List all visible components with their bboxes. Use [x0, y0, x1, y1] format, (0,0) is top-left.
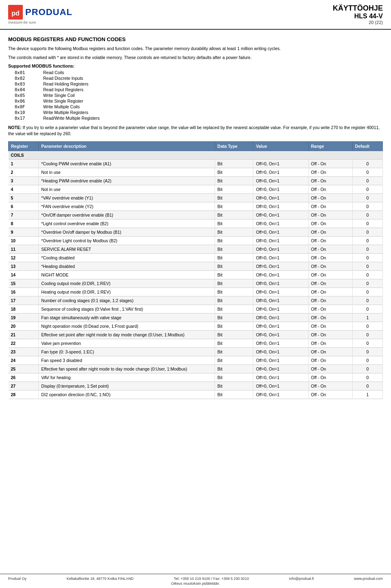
table-row: 15 Cooling output mode (0:DIR, 1:REV) Bi… — [9, 279, 383, 288]
table-row: 27 Display (0:temperature, 1:Set point) … — [9, 382, 383, 391]
logo-icon: pd — [8, 5, 23, 20]
svg-text:pd: pd — [11, 10, 20, 17]
footer-top: Produal Oy Keltakalliontie 18, 48770 Kot… — [8, 577, 383, 581]
cell-param-desc: DI2 operation direction (0:NC, 1:NO) — [39, 391, 215, 399]
cell-range: Off - On — [308, 279, 352, 288]
logo-area: pd PRODUAL measure-be sure. — [8, 5, 72, 24]
table-row: 20 Night operation mode (0:Dead zone, 1:… — [9, 322, 383, 331]
cell-default: 0 — [352, 202, 382, 211]
cell-register: 16 — [9, 288, 39, 296]
cell-register: 18 — [9, 305, 39, 314]
cell-value: Off=0, On=1 — [253, 185, 308, 194]
cell-range: Off - On — [308, 271, 352, 279]
cell-param-desc: Fan type (0: 3-speed, 1:EC) — [39, 348, 215, 356]
col-default: Default — [352, 142, 382, 151]
cell-value: Off=0, On=1 — [253, 271, 308, 279]
coils-label: COILS — [9, 151, 383, 160]
modbus-function-row: 0x05Write Single Coil — [15, 93, 383, 98]
table-row: 11 SERVICE ALARM RESET Bit Off=0, On=1 O… — [9, 245, 383, 254]
cell-param-desc: Fan speed 3 disabled — [39, 356, 215, 365]
cell-data-type: Bit — [215, 219, 253, 228]
cell-range: Off - On — [308, 228, 352, 237]
table-row: 5 *VAV overdrive enable (Y1) Bit Off=0, … — [9, 194, 383, 202]
modbus-desc: Read/Write Multiple Registers — [43, 116, 100, 121]
doc-model: HLS 44-V — [333, 13, 383, 20]
cell-param-desc: Sequence of cooling stages (0:Valve firs… — [39, 305, 215, 314]
cell-default: 0 — [352, 382, 382, 391]
cell-range: Off - On — [308, 339, 352, 348]
cell-range: Off - On — [308, 365, 352, 373]
modbus-desc: Read Coils — [43, 70, 64, 75]
cell-param-desc: *FAN overdrive enable (Y2) — [39, 202, 215, 211]
modbus-code: 0x06 — [15, 99, 35, 103]
modbus-desc: Write Multiple Coils — [43, 104, 80, 109]
cell-range: Off - On — [308, 373, 352, 382]
cell-param-desc: Display (0:temperature, 1:Set point) — [39, 382, 215, 391]
cell-range: Off - On — [308, 322, 352, 331]
cell-range: Off - On — [308, 185, 352, 194]
cell-register: 22 — [9, 339, 39, 348]
cell-value: Off=0, On=1 — [253, 382, 308, 391]
modbus-function-row: 0x01Read Coils — [15, 70, 383, 75]
cell-data-type: Bit — [215, 279, 253, 288]
modbus-desc: Read Discrete Inputs — [43, 76, 83, 81]
cell-param-desc: *VAV overdrive enable (Y1) — [39, 194, 215, 202]
cell-default: 0 — [352, 271, 382, 279]
table-row: 6 *FAN overdrive enable (Y2) Bit Off=0, … — [9, 202, 383, 211]
table-row: 14 NIGHT MODE Bit Off=0, On=1 Off - On 0 — [9, 271, 383, 279]
cell-data-type: Bit — [215, 245, 253, 254]
logo-tagline: measure-be sure. — [8, 20, 37, 24]
cell-param-desc: Not in use — [39, 185, 215, 194]
section-title: MODBUS REGISTERS AND FUNCTION CODES — [8, 36, 383, 42]
table-row: 10 *Overdrive Light control by Modbus (B… — [9, 237, 383, 245]
cell-data-type: Bit — [215, 288, 253, 296]
cell-register: 27 — [9, 382, 39, 391]
cell-value: Off=0, On=1 — [253, 254, 308, 262]
cell-range: Off - On — [308, 305, 352, 314]
cell-range: Off - On — [308, 202, 352, 211]
cell-data-type: Bit — [215, 391, 253, 399]
cell-range: Off - On — [308, 237, 352, 245]
cell-default: 0 — [352, 339, 382, 348]
cell-param-desc: Fan stage simultaneously with valve stag… — [39, 314, 215, 322]
cell-register: 15 — [9, 279, 39, 288]
table-row: 25 Effective fan speed after night mode … — [9, 365, 383, 373]
table-row: 9 *Overdrive On/off damper by Modbus (B1… — [9, 228, 383, 237]
col-value: Value — [253, 142, 308, 151]
cell-param-desc: *Cooling PWM overdrive enable (A1) — [39, 160, 215, 168]
cell-register: 3 — [9, 177, 39, 185]
cell-value: Off=0, On=1 — [253, 279, 308, 288]
col-param-desc: Parameter description — [39, 142, 215, 151]
footer-rights: Oikeus muutoksiin pidätetään. — [8, 581, 383, 586]
cell-register: 9 — [9, 228, 39, 237]
table-row: 3 *Heating PWM overdrive enable (A2) Bit… — [9, 177, 383, 185]
cell-param-desc: Night operation mode (0:Dead zone, 1:Fro… — [39, 322, 215, 331]
modbus-code: 0x04 — [15, 87, 35, 92]
cell-range: Off - On — [308, 245, 352, 254]
cell-range: Off - On — [308, 288, 352, 296]
intro-text-1: The device supports the following Modbus… — [8, 46, 383, 52]
cell-data-type: Bit — [215, 348, 253, 356]
footer-tel: Tel: +358 10 219 9100 / Fax: +358 5 230 … — [174, 577, 249, 581]
cell-range: Off - On — [308, 211, 352, 219]
col-register: Register — [9, 142, 39, 151]
table-row: 19 Fan stage simultaneously with valve s… — [9, 314, 383, 322]
modbus-desc: Read Holding Registers — [43, 81, 88, 86]
cell-data-type: Bit — [215, 228, 253, 237]
cell-register: 19 — [9, 314, 39, 322]
note-text: NOTE: If you try to write a parameter va… — [8, 125, 383, 138]
table-row: 13 *Heating disabled Bit Off=0, On=1 Off… — [9, 262, 383, 271]
cell-default: 0 — [352, 331, 382, 339]
cell-param-desc: NIGHT MODE — [39, 271, 215, 279]
cell-value: Off=0, On=1 — [253, 331, 308, 339]
col-range: Range — [308, 142, 352, 151]
cell-data-type: Bit — [215, 194, 253, 202]
modbus-function-row: 0x10Write Multiple Registers — [15, 110, 383, 115]
cell-value: Off=0, On=1 — [253, 168, 308, 177]
cell-range: Off - On — [308, 296, 352, 305]
cell-default: 1 — [352, 391, 382, 399]
cell-default: 0 — [352, 219, 382, 228]
cell-default: 0 — [352, 288, 382, 296]
cell-param-desc: *Heating PWM overdrive enable (A2) — [39, 177, 215, 185]
page: pd PRODUAL measure-be sure. KÄYTTÖOHJE H… — [0, 0, 391, 588]
